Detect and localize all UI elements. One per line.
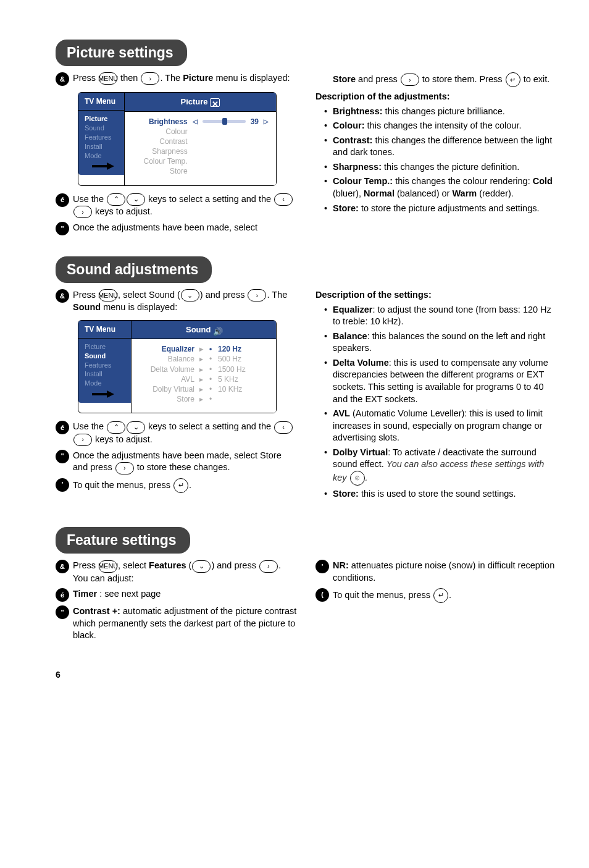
step-text: Use the ⌃⌄ keys to select a setting and … (73, 193, 298, 218)
tv-row: Brightness◁39▷ (132, 117, 269, 127)
desc-item: Delta Volume: this is used to compensate… (333, 357, 558, 405)
tv-row: Store▸• (139, 394, 269, 404)
step-marker-2: é (56, 421, 69, 434)
tv-row: Colour (132, 127, 269, 137)
tv-row: Delta Volume▸•1500 Hz (139, 364, 269, 374)
tv-panel-header: Picture ✕ (125, 93, 276, 112)
left-key-icon: ‹ (274, 421, 293, 434)
tv-side-item: Install (85, 142, 118, 151)
arrow-icon (91, 386, 115, 398)
right-key-icon: › (115, 462, 134, 474)
desc-item: Colour Temp.: this changes the colour re… (333, 175, 558, 200)
step-marker-1: & (56, 560, 69, 573)
tv-row: Colour Temp. (132, 156, 269, 166)
desc-heading: Description of the settings: (315, 289, 558, 301)
step-text: Press MENU then ›. The Picture menu is d… (73, 72, 298, 85)
step-text: Once the adjustments have been made, sel… (73, 450, 298, 474)
step-marker-3: " (56, 222, 69, 235)
tv-menu-header: TV Menu (78, 321, 131, 339)
tv-row: AVL▸•5 KHz (139, 374, 269, 384)
desc-item: Contrast: this changes the difference be… (333, 135, 558, 159)
step-marker-1: & (56, 72, 69, 86)
desc-item: Sharpness: this changes the picture defi… (333, 161, 558, 174)
step-text: Press MENU, select Sound (⌄) and press ›… (73, 289, 298, 314)
tv-row: Sharpness (132, 146, 269, 156)
desc-item: Store: to store the picture adjustments … (333, 203, 558, 215)
desc-item: Dolby Virtual: To activate / deactivate … (333, 447, 558, 486)
section-title-features: Feature settings (56, 527, 190, 554)
step-text: NR: attenuates picture noise (snow) in d… (333, 560, 558, 584)
section-title-sound: Sound adjustments (56, 256, 212, 283)
step-text: Contrast +: automatic adjustment of the … (73, 605, 298, 642)
tv-row: Balance▸•500 Hz (139, 354, 269, 364)
tv-row: Equalizer▸•120 Hz (139, 344, 269, 354)
down-key-icon: ⌄ (127, 421, 145, 434)
tv-side-item: Picture (85, 114, 118, 124)
down-key-icon: ⌄ (181, 289, 199, 301)
arrow-icon (91, 158, 115, 170)
step-text: To quit the menus, press ↵. (333, 588, 558, 603)
tv-side-item: Install (85, 369, 125, 379)
step-marker-2: é (56, 193, 69, 207)
section-title-picture: Picture settings (56, 40, 187, 66)
tv-side-item: Sound (85, 124, 118, 133)
tv-side-item: Features (85, 361, 125, 370)
desc-item: Colour: this changes the intensity of th… (333, 120, 558, 132)
step-marker-5: ( (315, 588, 329, 602)
menu-key-icon: MENU (99, 289, 117, 301)
desc-item: AVL (Automatic Volume Leveller): this is… (333, 408, 558, 444)
exit-key-icon: ↵ (506, 72, 520, 87)
menu-key-icon: MENU (99, 72, 117, 85)
sound-menu-screenshot: TV Menu Picture Sound Features Install M… (78, 320, 277, 414)
down-key-icon: ⌄ (192, 560, 211, 573)
tv-row: Dolby Virtual▸•10 KHz (139, 384, 269, 394)
desc-item: Store: this is used to store the sound s… (333, 488, 558, 500)
up-key-icon: ⌃ (107, 421, 125, 434)
tv-side-item: Picture (85, 342, 125, 352)
right-key-icon: › (401, 74, 419, 86)
step-marker-1: & (56, 289, 69, 303)
right-key-icon: › (259, 560, 278, 573)
step-marker-3: " (56, 450, 69, 463)
desc-item: Brightness: this changes picture brillia… (333, 106, 558, 118)
step-text: Once the adjustments have been made, sel… (73, 222, 298, 234)
tv-side-item: Features (85, 133, 118, 142)
page-number: 6 (56, 670, 61, 680)
menu-key-icon: MENU (99, 560, 117, 573)
step-marker-2: é (56, 588, 69, 602)
left-key-icon: ‹ (274, 193, 293, 206)
tv-side-item: Sound (85, 352, 125, 361)
step-marker-4: ' (56, 478, 69, 492)
tv-row: Contrast (132, 137, 269, 146)
desc-item: Equalizer: to adjust the sound tone (fro… (333, 304, 558, 328)
down-key-icon: ⌄ (127, 193, 145, 206)
up-key-icon: ⌃ (107, 193, 125, 206)
right-key-icon: › (73, 434, 92, 446)
right-key-icon: › (141, 72, 159, 85)
step-text: Press MENU, select Features (⌄) and pres… (73, 560, 298, 584)
step-text: Use the ⌃⌄ keys to select a setting and … (73, 421, 298, 445)
desc-heading: Description of the adjustments: (315, 91, 558, 103)
tv-menu-header: TV Menu (78, 93, 124, 111)
step-text: To quit the menus, press ↵. (73, 478, 298, 493)
picture-menu-screenshot: TV Menu Picture Sound Features Install M… (78, 92, 277, 186)
exit-key-icon: ↵ (433, 588, 448, 603)
step-marker-4: ' (315, 560, 329, 573)
surround-key-icon: ⦾ (350, 471, 365, 486)
continuation-text: Store and press › to store them. Press ↵… (315, 72, 558, 87)
right-key-icon: › (248, 289, 266, 301)
tv-panel-header: Sound 🔊 (132, 321, 276, 340)
step-marker-3: " (56, 605, 69, 619)
tv-row: Store (132, 166, 269, 176)
exit-key-icon: ↵ (173, 478, 188, 493)
desc-item: Balance: this balances the sound on the … (333, 331, 558, 355)
step-text: Timer : see next page (73, 588, 298, 600)
right-key-icon: › (73, 206, 92, 218)
